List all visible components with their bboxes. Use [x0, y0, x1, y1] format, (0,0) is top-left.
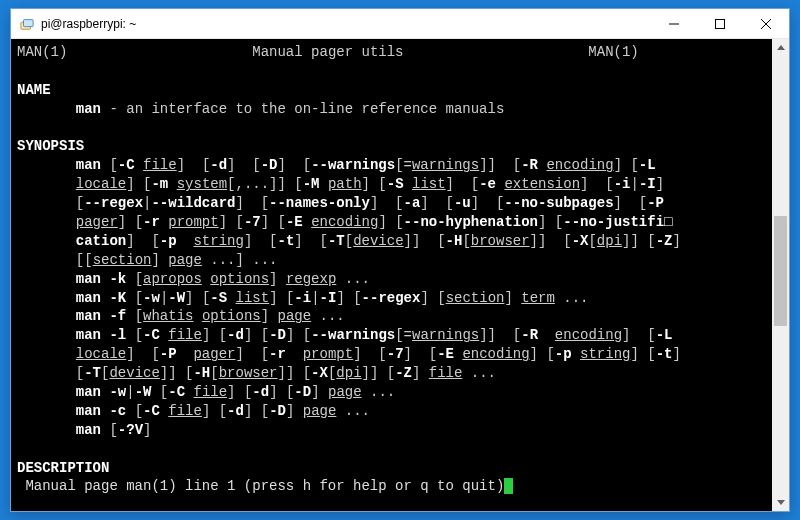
- syn-cmd: man: [76, 157, 101, 173]
- scrollbar[interactable]: [772, 39, 789, 511]
- window-controls: [651, 9, 789, 38]
- name-desc: - an interface to the on-line reference …: [101, 101, 504, 117]
- cmd-man: man: [76, 101, 101, 117]
- scrollbar-track[interactable]: [772, 56, 789, 494]
- terminal-output[interactable]: MAN(1) Manual pager utils MAN(1) NAME ma…: [11, 39, 772, 511]
- man-header-center: Manual pager utils: [252, 44, 403, 60]
- man-header-right: MAN(1): [588, 44, 638, 60]
- man-header-left: MAN(1): [17, 44, 67, 60]
- minimize-button[interactable]: [651, 9, 697, 39]
- svg-rect-3: [716, 20, 725, 29]
- close-button[interactable]: [743, 9, 789, 39]
- scroll-up-button[interactable]: [772, 39, 789, 56]
- section-synopsis-heading: SYNOPSIS: [17, 138, 84, 154]
- section-description-heading: DESCRIPTION: [17, 460, 109, 476]
- window-title: pi@raspberrypi: ~: [41, 17, 651, 31]
- terminal-area: MAN(1) Manual pager utils MAN(1) NAME ma…: [11, 39, 789, 511]
- less-status-line: Manual page man(1) line 1 (press h for h…: [17, 478, 513, 494]
- maximize-button[interactable]: [697, 9, 743, 39]
- app-icon: [19, 16, 35, 32]
- svg-rect-1: [24, 19, 34, 26]
- cursor-icon: [504, 478, 512, 494]
- scroll-down-button[interactable]: [772, 494, 789, 511]
- titlebar[interactable]: pi@raspberrypi: ~: [11, 9, 789, 39]
- section-name-heading: NAME: [17, 82, 51, 98]
- terminal-window: pi@raspberrypi: ~ MAN(1) Manual pager ut…: [10, 8, 790, 512]
- scrollbar-thumb[interactable]: [774, 216, 787, 326]
